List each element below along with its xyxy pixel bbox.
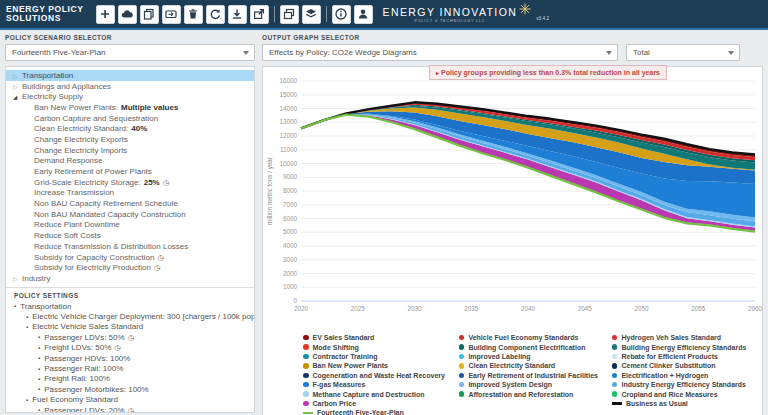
bullet-icon: ▪ <box>26 314 28 320</box>
svg-text:million metric tons / year: million metric tons / year <box>266 157 274 225</box>
tree-item[interactable]: Change Electricity Imports <box>6 145 254 156</box>
tree-item[interactable]: Subsidy for Electricity Production◷ <box>6 262 254 273</box>
tree-item[interactable]: ▷Transportation <box>6 70 254 81</box>
undo-icon <box>208 7 222 21</box>
copy-button[interactable] <box>140 5 159 24</box>
bullet-icon: ▪ <box>26 397 28 403</box>
rename-button[interactable] <box>162 5 181 24</box>
tree-item[interactable]: ▷Buildings and Appliances <box>6 81 254 92</box>
tree-item-label: Grid-Scale Electricity Storage: <box>34 178 141 187</box>
download-icon <box>230 7 244 21</box>
legend-item: Rebate for Efficient Products <box>612 352 746 361</box>
compare-icon <box>282 7 296 21</box>
policy-tree[interactable]: ▷Transportation▷Buildings and Appliances… <box>6 67 254 287</box>
tree-item[interactable]: Demand Response <box>6 156 254 167</box>
output-graph-selector-label: OUTPUT GRAPH SELECTOR <box>262 34 763 41</box>
toolbar <box>96 5 373 24</box>
policy-setting-label: Electric Vehicle Charger Deployment: 300… <box>32 312 255 321</box>
trash-button[interactable] <box>184 5 203 24</box>
legend-dot-swatch <box>303 344 309 350</box>
share-icon <box>252 7 266 21</box>
graph-type-select[interactable]: Effects by Policy: CO2e Wedge Diagrams <box>262 44 618 61</box>
tree-item[interactable]: Reduce Plant Downtime <box>6 220 254 231</box>
legend-column: EV Sales StandardMode ShiftingContractor… <box>303 333 445 415</box>
legend-label: Contractor Training <box>313 353 378 360</box>
policy-settings-list: ▪Transportation▪Electric Vehicle Charger… <box>6 301 254 413</box>
tree-item[interactable]: Ban New Power Plants:Multiple values <box>6 102 254 113</box>
legend-dot-swatch <box>459 363 465 369</box>
compare-button[interactable] <box>280 5 299 24</box>
svg-text:7000: 7000 <box>283 201 298 208</box>
expand-icon[interactable]: ▷ <box>13 72 22 79</box>
wedge-chart: 0100020003000400050006000700080009000100… <box>263 73 762 328</box>
legend-item: Cropland and Rice Measures <box>612 389 746 398</box>
legend-dot-swatch <box>612 335 618 341</box>
tree-item-label: Change Electricity Imports <box>34 146 127 155</box>
legend-label: Methane Capture and Destruction <box>313 391 425 398</box>
legend-label: Building Energy Efficiency Standards <box>621 344 746 351</box>
policy-setting-item: ▪Passenger HDVs: 100% <box>6 353 254 363</box>
clock-icon: ◷ <box>128 333 135 342</box>
chevron-down-icon <box>243 51 249 55</box>
clock-icon: ◷ <box>114 343 121 352</box>
tree-item[interactable]: Reduce Soft Costs <box>6 230 254 241</box>
legend-item: Cogeneration and Waste Heat Recovery <box>303 371 445 380</box>
download-button[interactable] <box>228 5 247 24</box>
svg-text:2025: 2025 <box>351 305 366 312</box>
legend-label: Industry Energy Efficiency Standards <box>621 381 745 388</box>
tree-item[interactable]: Change Electricity Exports <box>6 134 254 145</box>
policy-panel: ▷Transportation▷Buildings and Appliances… <box>5 66 255 413</box>
info-button[interactable] <box>332 5 351 24</box>
toolbar-separator <box>274 6 275 22</box>
tree-item[interactable]: Grid-Scale Electricity Storage:25%◷ <box>6 177 254 188</box>
legend-item: Hydrogen Veh Sales Standard <box>612 333 746 342</box>
bullet-icon: ▪ <box>38 376 40 382</box>
legend-label: Building Component Electrification <box>468 344 585 351</box>
tree-item-label: Demand Response <box>34 156 102 165</box>
account-button[interactable] <box>354 5 373 24</box>
tree-item[interactable]: ◢Electricity Supply <box>6 91 254 102</box>
policy-setting-item: ▪Freight LDVs: 50%◷ <box>6 343 254 353</box>
legend-item: Ban New Power Plants <box>303 361 445 370</box>
expand-icon[interactable]: ▷ <box>13 83 22 90</box>
clock-icon: ◷ <box>158 253 165 262</box>
layers-button[interactable] <box>302 5 321 24</box>
tree-item[interactable]: Increase Transmission <box>6 188 254 199</box>
tree-item[interactable]: Subsidy for Capacity Construction◷ <box>6 252 254 263</box>
tree-item[interactable]: Early Retirement of Power Plants <box>6 166 254 177</box>
policy-setting-label: Fuel Economy Standard <box>32 395 118 404</box>
collapse-icon[interactable]: ◢ <box>13 94 22 100</box>
share-button[interactable] <box>250 5 269 24</box>
svg-text:15000: 15000 <box>279 91 297 98</box>
add-button[interactable] <box>96 5 115 24</box>
expand-icon[interactable]: ▷ <box>13 286 22 287</box>
tree-item[interactable]: Clean Electricity Standard:40% <box>6 123 254 134</box>
tree-item[interactable]: Reduce Transmission & Distribution Losse… <box>6 241 254 252</box>
tree-item[interactable]: Non BAU Mandated Capacity Construction <box>6 209 254 220</box>
legend-dot-swatch <box>459 354 465 360</box>
cloud-button[interactable] <box>118 5 137 24</box>
policy-setting-item: ▪Transportation <box>6 301 254 311</box>
legend-label: Cogeneration and Waste Heat Recovery <box>313 372 445 379</box>
svg-text:2000: 2000 <box>283 270 298 277</box>
policy-setting-item: ▪Passenger LDVs: 50%◷ <box>6 332 254 342</box>
graph-scope-select[interactable]: Total <box>626 44 740 61</box>
svg-text:12000: 12000 <box>279 132 297 139</box>
starburst-icon <box>519 3 531 15</box>
legend-item: Contractor Training <box>303 352 445 361</box>
policy-scenario-selector-label: POLICY SCENARIO SELECTOR <box>5 34 255 41</box>
bullet-icon: ▪ <box>26 324 28 330</box>
tree-item[interactable]: Non BAU Capacity Retirement Schedule <box>6 198 254 209</box>
undo-button[interactable] <box>206 5 225 24</box>
tree-item[interactable]: ▷Industry <box>6 273 254 284</box>
svg-text:13000: 13000 <box>279 118 297 125</box>
legend-label: EV Sales Standard <box>313 334 375 341</box>
expand-icon[interactable]: ▷ <box>13 275 22 282</box>
tree-item[interactable]: Carbon Capture and Sequestration <box>6 113 254 124</box>
scenario-select[interactable]: Fourteenth Five-Year-Plan <box>5 44 255 61</box>
tree-item-label: Electricity Supply <box>22 92 83 101</box>
legend-item: Clean Electricity Standard <box>459 361 598 370</box>
legend-label: Improved System Design <box>468 381 552 388</box>
svg-text:2030: 2030 <box>407 305 422 312</box>
tree-item-label: Non BAU Capacity Retirement Schedule <box>34 199 178 208</box>
